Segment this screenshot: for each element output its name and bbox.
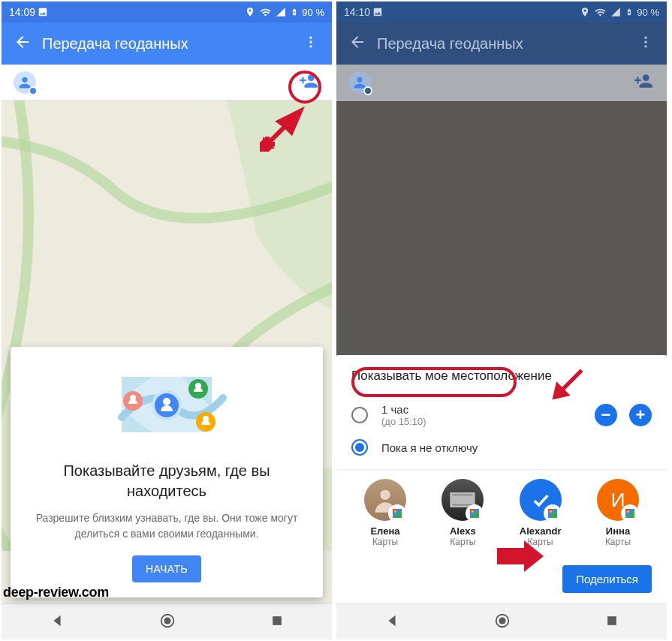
contacts-row: Елена Карты Alexs Карты Alex <box>351 479 652 547</box>
contact-source: Карты <box>507 537 574 547</box>
contact-alexandr-selected[interactable]: Alexandr Карты <box>507 479 574 547</box>
share-intro-card: Показывайте друзьям, где вы находитесь Р… <box>11 347 323 597</box>
duration-1h-sub: (до 15:10) <box>381 416 426 427</box>
separator <box>336 469 667 470</box>
back-button[interactable] <box>344 33 371 55</box>
contact-source: Карты <box>429 537 496 547</box>
svg-point-20 <box>644 41 646 43</box>
signal-icon <box>610 7 621 17</box>
status-time: 14:10 <box>344 6 370 18</box>
contact-name: Елена <box>351 525 419 537</box>
system-nav-bar <box>2 603 332 639</box>
contact-inna[interactable]: И Инна Карты <box>584 479 652 547</box>
nav-recent-button[interactable] <box>270 613 285 631</box>
radio-icon <box>351 407 368 423</box>
avatar-initial: И <box>611 489 625 512</box>
nav-back-button[interactable] <box>49 612 65 632</box>
back-button[interactable] <box>9 33 36 55</box>
start-button[interactable]: НАЧАТЬ <box>132 555 201 582</box>
wifi-icon <box>595 7 606 18</box>
nav-home-button[interactable] <box>159 612 176 632</box>
svg-point-31 <box>472 510 474 513</box>
svg-point-22 <box>380 490 390 500</box>
add-person-button[interactable] <box>293 71 324 94</box>
my-avatar[interactable] <box>344 71 375 94</box>
status-bar: 14:10 90 % <box>336 2 667 23</box>
status-battery: 90 % <box>637 7 659 18</box>
my-avatar[interactable] <box>9 71 41 94</box>
maps-badge-icon <box>622 506 637 521</box>
picture-icon <box>372 7 383 17</box>
location-icon <box>580 7 590 17</box>
contact-source: Карты <box>351 537 419 547</box>
svg-point-0 <box>309 36 312 38</box>
signal-icon <box>276 7 286 17</box>
battery-icon <box>625 6 633 18</box>
sheet-heading: Показывать мое местоположение <box>351 369 652 384</box>
share-illustration <box>92 363 242 446</box>
svg-point-41 <box>499 617 505 624</box>
svg-point-1 <box>309 41 312 43</box>
avatar-selected-icon <box>520 479 562 521</box>
contact-alexs[interactable]: Alexs Карты <box>429 479 496 547</box>
maps-badge-icon <box>390 506 405 521</box>
contact-name: Alexs <box>429 525 496 537</box>
contact-elena[interactable]: Елена Карты <box>351 479 419 547</box>
duration-untiloff-label: Пока я не отключу <box>381 441 478 454</box>
phone-screen-1: 14:09 90 % Передача геоданн <box>2 2 332 639</box>
status-battery: 90 % <box>302 7 324 18</box>
wifi-icon <box>260 7 271 18</box>
nav-back-button[interactable] <box>384 612 400 632</box>
share-sheet: Показывать мое местоположение 1 час (до … <box>336 355 667 603</box>
increase-time-button[interactable]: + <box>629 404 652 426</box>
maps-badge-icon <box>545 506 560 521</box>
svg-point-17 <box>164 617 170 624</box>
add-person-button[interactable] <box>628 71 659 94</box>
app-title: Передача геоданных <box>371 35 632 53</box>
duration-option-until-off[interactable]: Пока я не отключу <box>351 433 652 462</box>
phone-screen-2: 14:10 90 % Передача геоданных <box>336 2 667 639</box>
svg-rect-18 <box>273 616 282 625</box>
app-bar: Передача геоданных <box>336 23 667 65</box>
app-bar: Передача геоданных <box>2 23 332 65</box>
svg-point-2 <box>309 45 312 47</box>
battery-icon <box>291 6 298 18</box>
status-bar: 14:09 90 % <box>2 2 332 23</box>
contact-name: Alexandr <box>507 525 574 537</box>
location-icon <box>245 7 255 17</box>
app-title: Передача геоданных <box>36 35 297 53</box>
svg-point-39 <box>627 510 629 513</box>
contacts-ribbon <box>2 65 332 101</box>
contact-source: Карты <box>584 537 652 547</box>
watermark-text: deep-review.com <box>3 585 109 600</box>
nav-home-button[interactable] <box>494 612 511 632</box>
duration-1h-label: 1 час <box>381 403 426 416</box>
card-heading: Показывайте друзьям, где вы находитесь <box>24 461 309 501</box>
svg-point-19 <box>644 36 646 38</box>
picture-icon <box>38 7 48 17</box>
system-nav-bar <box>336 603 667 639</box>
svg-point-9 <box>163 398 170 405</box>
svg-point-35 <box>549 510 551 513</box>
svg-rect-42 <box>607 616 616 625</box>
nav-recent-button[interactable] <box>604 613 619 631</box>
avatar-icon: И <box>597 479 639 521</box>
duration-option-1hour[interactable]: 1 час (до 15:10) − + <box>351 397 652 433</box>
status-time: 14:09 <box>9 6 35 18</box>
avatar-icon <box>364 479 406 521</box>
svg-point-21 <box>644 45 646 47</box>
contacts-ribbon <box>336 65 667 101</box>
avatar-icon <box>441 479 484 521</box>
more-menu-button[interactable] <box>632 35 659 53</box>
card-body: Разрешите близким узнавать, где вы. Они … <box>24 510 309 542</box>
share-button[interactable]: Поделиться <box>562 565 652 593</box>
radio-icon-checked <box>351 439 368 456</box>
more-menu-button[interactable] <box>297 35 324 53</box>
svg-point-26 <box>394 510 396 513</box>
decrease-time-button[interactable]: − <box>595 404 617 426</box>
contact-name: Инна <box>584 525 652 537</box>
maps-badge-icon <box>467 506 482 521</box>
